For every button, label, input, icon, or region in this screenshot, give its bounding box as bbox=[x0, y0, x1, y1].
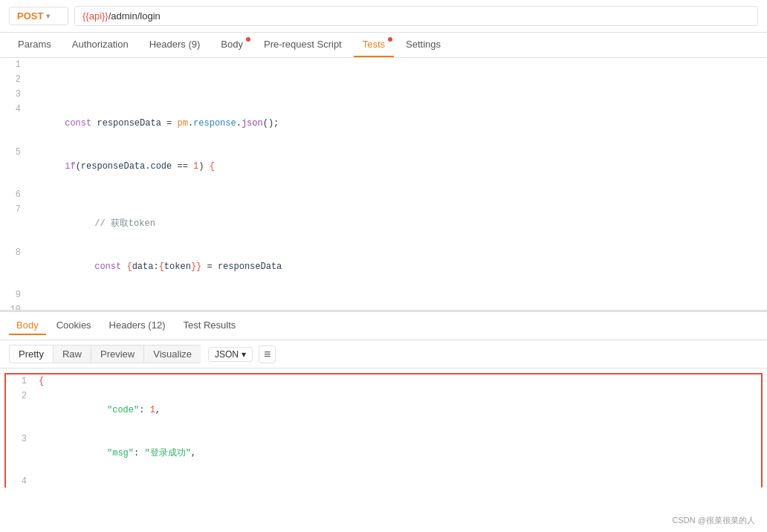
method-chevron-icon: ▾ bbox=[46, 12, 50, 20]
url-bar: POST ▾ {{api}}/admin/login bbox=[0, 0, 767, 33]
code-editor[interactable]: 1 2 3 4 const responseData = pm.response… bbox=[0, 58, 767, 311]
code-line-2: 2 bbox=[0, 73, 767, 88]
request-tabs-bar: Params Authorization Headers (9) Body Pr… bbox=[0, 33, 767, 58]
tab-params[interactable]: Params bbox=[9, 33, 60, 57]
resp-line-2: 2 "code": 1, bbox=[6, 389, 761, 432]
view-tab-raw[interactable]: Raw bbox=[53, 345, 91, 363]
url-template-var: {{api}} bbox=[82, 10, 109, 22]
wrap-icon[interactable]: ≡ bbox=[259, 346, 276, 363]
tab-prerequest[interactable]: Pre-request Script bbox=[255, 33, 351, 57]
response-section: Body Cookies Headers (12) Test Results P… bbox=[0, 311, 767, 487]
resp-tab-testresults[interactable]: Test Results bbox=[175, 317, 243, 335]
resp-line-4: 4 "data": { bbox=[6, 475, 761, 487]
resp-tab-headers[interactable]: Headers (12) bbox=[102, 317, 173, 335]
code-line-5: 5 if(responseData.code == 1) { bbox=[0, 146, 767, 189]
view-tabs-bar: Pretty Raw Preview Visualize JSON ▾ ≡ bbox=[0, 340, 767, 369]
tab-headers[interactable]: Headers (9) bbox=[140, 33, 210, 57]
response-body[interactable]: 1 { 2 "code": 1, 3 "msg": "登录成功", 4 bbox=[0, 369, 767, 487]
code-line-4: 4 const responseData = pm.response.json(… bbox=[0, 103, 767, 146]
resp-line-1: 1 { bbox=[6, 374, 761, 389]
format-label: JSON bbox=[215, 349, 239, 360]
code-line-9: 9 bbox=[0, 288, 767, 303]
tab-authorization[interactable]: Authorization bbox=[63, 33, 137, 57]
tab-body[interactable]: Body bbox=[212, 33, 252, 57]
url-path: /admin/login bbox=[109, 10, 161, 22]
tab-tests[interactable]: Tests bbox=[354, 33, 394, 57]
code-line-3: 3 bbox=[0, 88, 767, 103]
response-tabs-bar: Body Cookies Headers (12) Test Results bbox=[0, 312, 767, 340]
method-label: POST bbox=[17, 10, 43, 22]
format-chevron-icon: ▾ bbox=[242, 349, 246, 360]
code-line-1: 1 bbox=[0, 58, 767, 73]
resp-tab-cookies[interactable]: Cookies bbox=[49, 317, 99, 335]
view-tab-visualize[interactable]: Visualize bbox=[143, 345, 201, 363]
code-line-7: 7 // 获取token bbox=[0, 203, 767, 246]
code-line-10: 10 // 设置为集合变量 bbox=[0, 303, 767, 311]
view-tab-pretty[interactable]: Pretty bbox=[9, 345, 53, 363]
method-dropdown[interactable]: POST ▾ bbox=[9, 7, 68, 25]
code-line-6: 6 bbox=[0, 188, 767, 203]
resp-line-3: 3 "msg": "登录成功", bbox=[6, 432, 761, 476]
code-line-8: 8 const {data:{token}} = responseData bbox=[0, 246, 767, 289]
resp-tab-body[interactable]: Body bbox=[9, 317, 46, 335]
view-tab-preview[interactable]: Preview bbox=[91, 345, 143, 363]
format-dropdown[interactable]: JSON ▾ bbox=[208, 347, 253, 362]
tab-settings[interactable]: Settings bbox=[397, 33, 450, 57]
